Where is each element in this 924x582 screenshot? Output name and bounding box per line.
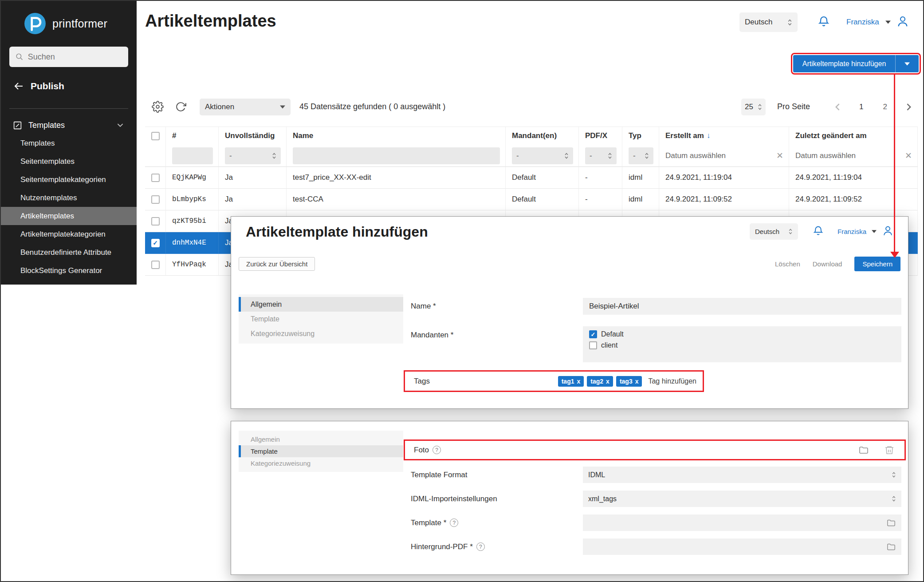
notifications-bell-icon[interactable]: [817, 15, 830, 30]
tab-kategoriezuweisung[interactable]: Kategoriezuweisung: [239, 326, 403, 341]
sidebar-item-templates[interactable]: Templates: [1, 134, 137, 152]
tab-template[interactable]: Template: [239, 445, 403, 457]
sidebar-search[interactable]: [9, 47, 128, 67]
help-icon[interactable]: ?: [450, 519, 458, 527]
tab-allgemein[interactable]: Allgemein: [239, 433, 403, 445]
table-row[interactable]: bLmbypKs Ja test-CCA Default - idml 24.9…: [145, 189, 918, 210]
row-checkbox[interactable]: [151, 195, 160, 204]
row-checkbox[interactable]: [151, 261, 160, 269]
sidebar-item-artikeltemplatekategorien[interactable]: Artikeltemplatekategorien: [1, 225, 137, 243]
mandanten-option-client[interactable]: client: [589, 341, 895, 349]
background-pdf-input[interactable]: [583, 538, 901, 555]
user-chevron-icon[interactable]: [872, 230, 877, 233]
foto-delete-trash-icon[interactable]: [884, 445, 895, 455]
remove-tag-icon[interactable]: x: [606, 378, 609, 385]
add-artikeltemplate-button[interactable]: Artikeltemplate hinzufügen: [793, 55, 919, 72]
sort-desc-icon[interactable]: ↓: [707, 131, 711, 140]
user-chevron-icon[interactable]: [885, 20, 891, 24]
column-header-id[interactable]: #: [166, 127, 219, 145]
settings-gear-icon[interactable]: [152, 101, 164, 113]
tag-chip[interactable]: tag1 x: [558, 376, 584, 387]
pagination-prev-icon[interactable]: [835, 103, 840, 111]
row-checkbox[interactable]: [151, 239, 160, 247]
add-tag-button[interactable]: Tag hinzufügen: [648, 377, 696, 385]
sidebar-group-templates[interactable]: Templates: [1, 115, 137, 135]
sidebar-item-artikeltemplates[interactable]: Artikeltemplates: [1, 207, 137, 225]
template-icon: [13, 121, 22, 130]
mandanten-option-default[interactable]: Default: [589, 330, 895, 338]
idml-field-row: IDML-Importeinstellungen xml_tags: [411, 491, 901, 507]
foto-label: Foto: [414, 446, 429, 455]
language-select[interactable]: Deutsch: [739, 12, 798, 32]
column-header-zuletzt-geaendert[interactable]: Zuletzt geändert am: [789, 127, 918, 145]
row-checkbox[interactable]: [151, 217, 160, 226]
template-file-field-row: Template * ?: [411, 515, 901, 531]
button-caret-icon[interactable]: [896, 62, 919, 66]
delete-button[interactable]: Löschen: [775, 260, 800, 268]
template-file-input[interactable]: [583, 515, 901, 531]
back-to-overview-button[interactable]: Zurück zur Übersicht: [239, 257, 315, 271]
filter-pdfx-select[interactable]: -: [585, 147, 617, 164]
back-arrow-icon[interactable]: [14, 81, 24, 91]
filter-unvollstaendig-select[interactable]: -: [225, 147, 281, 164]
checkbox-unchecked-icon[interactable]: [589, 341, 597, 349]
name-input[interactable]: [583, 298, 901, 315]
download-button[interactable]: Download: [813, 260, 842, 268]
user-avatar-icon[interactable]: [882, 225, 894, 238]
sidebar-item-seitentemplates[interactable]: Seitentemplates: [1, 152, 137, 170]
user-name[interactable]: Franziska: [837, 228, 866, 235]
filter-typ-select[interactable]: -: [629, 147, 653, 164]
table-row[interactable]: EQjKAPWg Ja test7_price_XX-XX-edit Defau…: [145, 167, 918, 189]
refresh-icon[interactable]: [175, 101, 186, 112]
template-format-select[interactable]: IDML: [583, 467, 901, 483]
tag-chip[interactable]: tag3 x: [616, 376, 642, 387]
column-header-erstellt-am[interactable]: Erstellt am ↓: [659, 127, 789, 145]
remove-tag-icon[interactable]: x: [635, 378, 639, 385]
browse-folder-icon[interactable]: [886, 518, 896, 528]
clear-date-icon[interactable]: ✕: [776, 150, 783, 161]
save-button[interactable]: Speichern: [854, 257, 900, 271]
filter-mandant-select[interactable]: -: [512, 147, 573, 164]
brand-name: printformer: [52, 17, 107, 30]
column-header-pdfx[interactable]: PDF/X: [579, 127, 622, 145]
filter-id-input[interactable]: [172, 147, 213, 164]
column-header-unvollstaendig[interactable]: Unvollständig: [219, 127, 287, 145]
user-name[interactable]: Franziska: [846, 18, 879, 27]
page-size-select[interactable]: 25: [741, 99, 766, 115]
idml-import-select[interactable]: xml_tags: [583, 491, 901, 507]
tab-template[interactable]: Template: [239, 312, 403, 326]
publish-section[interactable]: Publish: [14, 81, 64, 91]
tag-chip[interactable]: tag2 x: [587, 376, 613, 387]
select-all-checkbox[interactable]: [151, 132, 160, 140]
select-updown-icon: [272, 152, 276, 159]
notifications-bell-icon[interactable]: [812, 225, 824, 238]
actions-select[interactable]: Aktionen: [200, 99, 291, 115]
cell-pdfx: -: [579, 189, 622, 210]
user-avatar-icon[interactable]: [896, 15, 909, 30]
filter-erstellt-datepicker[interactable]: Datum auswählen ✕: [665, 150, 783, 161]
help-icon[interactable]: ?: [476, 542, 485, 551]
pagination-page-2[interactable]: 2: [883, 103, 887, 111]
foto-upload-folder-icon[interactable]: [858, 445, 869, 455]
remove-tag-icon[interactable]: x: [577, 378, 580, 385]
sidebar-item-nutzentemplates[interactable]: Nutzentemplates: [1, 189, 137, 207]
checkbox-checked-icon[interactable]: [589, 330, 597, 338]
help-icon[interactable]: ?: [433, 446, 441, 454]
filter-name-input[interactable]: [293, 147, 500, 164]
tags-label: Tags: [414, 377, 430, 386]
browse-folder-icon[interactable]: [886, 542, 896, 552]
column-header-typ[interactable]: Typ: [622, 127, 659, 145]
clear-date-icon[interactable]: ✕: [905, 150, 912, 161]
pagination-page-1[interactable]: 1: [859, 103, 863, 111]
row-checkbox[interactable]: [151, 174, 160, 182]
search-input[interactable]: [28, 52, 122, 62]
tab-allgemein[interactable]: Allgemein: [239, 297, 403, 312]
column-header-name[interactable]: Name: [287, 127, 506, 145]
sidebar-item-seitentemplatekategorien[interactable]: Seitentemplatekategorien: [1, 170, 137, 189]
sidebar-item-blocksettings-generator[interactable]: BlockSettings Generator: [1, 261, 137, 280]
tab-kategoriezuweisung[interactable]: Kategoriezuweisung: [239, 457, 403, 469]
pagination-next-icon[interactable]: [907, 103, 912, 111]
modal-language-select[interactable]: Deutsch: [750, 223, 798, 240]
sidebar-item-benutzerdefinierte-attribute[interactable]: Benutzerdefinierte Attribute: [1, 243, 137, 261]
column-header-mandant[interactable]: Mandant(en): [506, 127, 579, 145]
